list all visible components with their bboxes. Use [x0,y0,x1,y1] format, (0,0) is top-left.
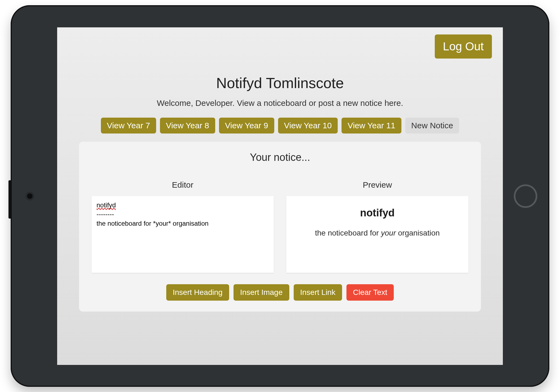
view-year-7-button[interactable]: View Year 7 [101,118,156,133]
clear-text-button[interactable]: Clear Text [346,284,394,301]
view-year-9-button[interactable]: View Year 9 [219,118,274,133]
preview-body-after: organisation [396,229,440,237]
preview-label: Preview [286,180,468,190]
panel-heading: Your notice... [92,152,468,163]
view-year-11-button[interactable]: View Year 11 [342,118,401,133]
page-header: Notifyd Tomlinscote Welcome, Developer. … [57,74,503,108]
editor-label: Editor [92,180,274,190]
view-year-10-button[interactable]: View Year 10 [278,118,338,133]
editor-line-3: the noticeboard for *your* organisation [97,220,209,227]
preview-column: Preview notifyd the noticeboard for your… [286,180,468,273]
notice-panel: Your notice... Editor notifyd--------the… [79,142,481,312]
page-title: Notifyd Tomlinscote [57,74,503,91]
preview-body-before: the noticeboard for [315,229,381,237]
new-notice-button[interactable]: New Notice [405,118,459,133]
tablet-camera-icon [27,193,33,199]
view-year-8-button[interactable]: View Year 8 [160,118,215,133]
preview-heading: notifyd [292,207,463,219]
app-screen: Log Out Notifyd Tomlinscote Welcome, Dev… [57,27,503,365]
top-bar: Log Out [57,27,503,59]
editor-column: Editor notifyd--------the noticeboard fo… [92,180,274,273]
editor-toolbar: Insert Heading Insert Image Insert Link … [92,284,468,301]
editor-line-2: -------- [97,210,114,218]
year-nav-row: View Year 7 View Year 8 View Year 9 View… [57,118,503,133]
insert-heading-button[interactable]: Insert Heading [166,284,229,301]
editor-textarea[interactable]: notifyd--------the noticeboard for *your… [92,196,274,273]
tablet-frame: Log Out Notifyd Tomlinscote Welcome, Dev… [11,5,549,387]
welcome-text: Welcome, Developer. View a noticeboard o… [57,98,503,108]
preview-body-em: your [381,229,396,237]
editor-line-1: notifyd [97,201,116,209]
insert-link-button[interactable]: Insert Link [294,284,342,301]
tablet-home-button[interactable] [514,184,537,208]
editor-preview-columns: Editor notifyd--------the noticeboard fo… [92,180,468,273]
logout-button[interactable]: Log Out [435,34,492,59]
insert-image-button[interactable]: Insert Image [234,284,289,301]
preview-pane: notifyd the noticeboard for your organis… [286,196,468,273]
preview-body: the noticeboard for your organisation [292,229,463,237]
